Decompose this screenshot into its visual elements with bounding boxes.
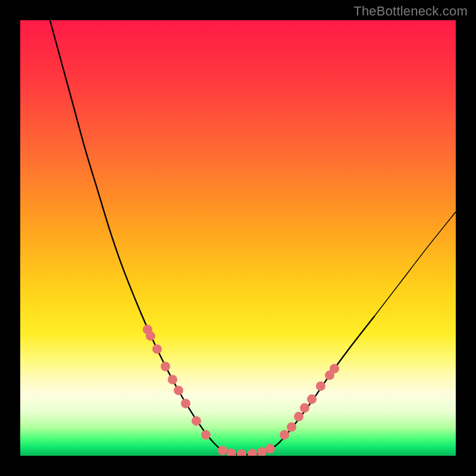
marker-left xyxy=(161,362,170,371)
watermark-text: TheBottleneck.com xyxy=(353,4,468,19)
marker-right xyxy=(287,422,296,432)
marker-right xyxy=(330,364,339,374)
chart-stage: TheBottleneck.com xyxy=(0,0,476,476)
marker-left xyxy=(181,399,190,408)
marker-left xyxy=(192,416,201,425)
data-markers xyxy=(143,325,339,456)
marker-left xyxy=(201,430,211,440)
marker-left xyxy=(174,386,183,395)
marker-right xyxy=(307,394,317,404)
marker-left xyxy=(146,331,155,341)
marker-left xyxy=(168,375,177,384)
bottleneck-curve xyxy=(50,20,374,455)
marker-bottom xyxy=(265,444,275,453)
marker-bottom xyxy=(257,447,267,456)
marker-right xyxy=(300,403,309,412)
marker-bottom xyxy=(218,446,227,455)
bottleneck-curve-right-tail xyxy=(374,212,456,317)
marker-right xyxy=(294,412,303,421)
marker-bottom xyxy=(227,449,236,456)
plot-area xyxy=(20,20,456,456)
marker-bottom xyxy=(248,449,257,456)
curve-overlay xyxy=(20,20,456,456)
marker-bottom xyxy=(237,449,246,456)
marker-right xyxy=(280,430,289,440)
marker-left xyxy=(152,345,162,354)
marker-right xyxy=(316,381,325,391)
